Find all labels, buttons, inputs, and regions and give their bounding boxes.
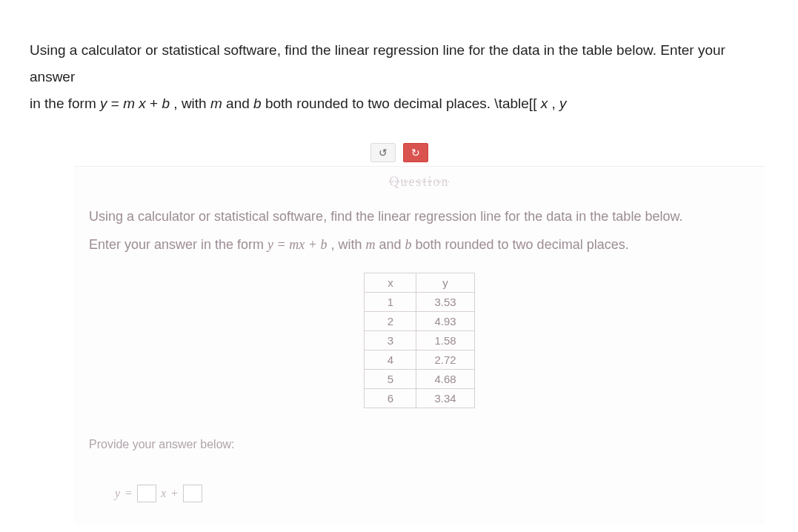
comma: ,: [551, 96, 559, 111]
cell-y: 3.53: [416, 292, 474, 311]
question-post: both rounded to two decimal places. \tab…: [265, 96, 537, 111]
redo-button[interactable]: ↻: [403, 143, 428, 162]
cell-x: 4: [365, 350, 416, 369]
embedded-and: and: [379, 237, 405, 252]
cell-x: 6: [365, 388, 416, 408]
embedded-text: Using a calculator or statistical softwa…: [89, 203, 750, 259]
answer-x: x: [161, 487, 166, 500]
table-row: 6 3.34: [365, 388, 474, 408]
embedded-mid: , with: [330, 237, 365, 252]
intercept-input[interactable]: [183, 485, 202, 502]
redo-icon: ↻: [411, 147, 420, 159]
eq-b: b: [162, 96, 170, 111]
button-row: ↺ ↻: [30, 143, 768, 162]
question-mid: , with: [173, 96, 210, 111]
slope-input[interactable]: [137, 485, 156, 502]
answer-line: y = x +: [89, 485, 750, 502]
embedded-m: m: [365, 237, 375, 252]
table-row: 3 1.58: [365, 330, 474, 350]
cell-y: 1.58: [416, 330, 474, 350]
var-m: m: [210, 96, 222, 111]
undo-icon: ↺: [379, 147, 388, 159]
data-table: x y 1 3.53 2 4.93 3 1.58 4: [364, 273, 474, 408]
cell-y: 4.93: [416, 311, 474, 330]
answer-eq: =: [124, 487, 133, 500]
eq-y: y: [100, 96, 107, 111]
var-b: b: [253, 96, 262, 111]
cell-y: 3.34: [416, 388, 474, 408]
tail-y: y: [559, 96, 567, 111]
embedded-eq: y = mx + b: [267, 237, 327, 252]
answer-plus: +: [170, 487, 179, 500]
cell-x: 3: [365, 330, 416, 350]
cell-x: 5: [365, 369, 416, 388]
embedded-line1: Using a calculator or statistical softwa…: [89, 209, 682, 224]
tail-x: x: [541, 96, 548, 111]
header-y: y: [416, 273, 474, 292]
embedded-panel: Question Using a calculator or statistic…: [74, 166, 765, 525]
header-x: x: [365, 273, 416, 292]
cell-y: 4.68: [416, 369, 474, 388]
table-row: 5 4.68: [365, 369, 474, 388]
undo-button[interactable]: ↺: [370, 143, 396, 162]
cell-x: 2: [365, 311, 416, 330]
page-container: Using a calculator or statistical softwa…: [0, 0, 798, 525]
answer-prompt: Provide your answer below:: [89, 438, 750, 451]
embedded-b: b: [405, 237, 411, 252]
table-row: 1 3.53: [365, 292, 474, 311]
question-line1: Using a calculator or statistical softwa…: [30, 42, 725, 84]
eq-x: x: [139, 96, 146, 111]
embedded-line2-pre: Enter your answer in the form: [89, 237, 267, 252]
embedded-header: Question: [89, 174, 750, 190]
table-row: 2 4.93: [365, 311, 474, 330]
cell-y: 2.72: [416, 350, 474, 369]
embedded-post: both rounded to two decimal places.: [416, 237, 629, 252]
table-header-row: x y: [365, 273, 474, 292]
eq-plus: +: [150, 96, 162, 111]
question-line2-pre: in the form: [30, 96, 100, 111]
eq-m: m: [123, 96, 135, 111]
table-row: 4 2.72: [365, 350, 474, 369]
cell-x: 1: [365, 292, 416, 311]
question-text: Using a calculator or statistical softwa…: [30, 37, 768, 117]
answer-y: y: [115, 487, 120, 500]
and-text: and: [226, 96, 253, 111]
eq-equals: =: [111, 96, 123, 111]
